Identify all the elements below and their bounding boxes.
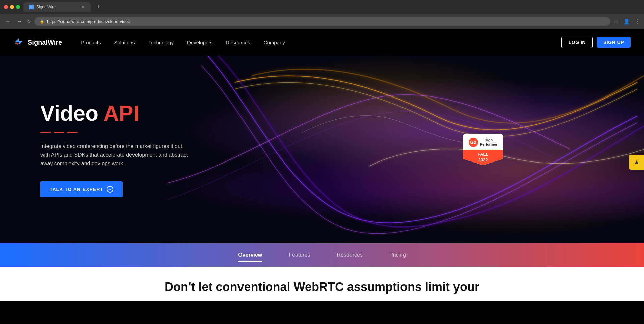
nav-link-technology[interactable]: Technology bbox=[143, 37, 179, 48]
fullscreen-button[interactable] bbox=[16, 5, 20, 9]
hero-content: Video API Integrate video conferencing b… bbox=[0, 81, 235, 217]
hero-title-white: Video bbox=[40, 101, 98, 125]
toolbar-actions: ☆ 👤 ⋮ bbox=[614, 18, 640, 25]
tab-features[interactable]: Features bbox=[289, 249, 310, 261]
hero-divider bbox=[40, 132, 195, 133]
new-tab-button[interactable]: + bbox=[94, 4, 103, 11]
nav-links: Products Solutions Technology Developers… bbox=[75, 37, 561, 48]
page-tabs: Overview Features Resources Pricing bbox=[0, 243, 644, 267]
hero-description: Integrate video conferencing before the … bbox=[40, 142, 195, 168]
bottom-teaser: Don't let conventional WebRTC assumption… bbox=[0, 267, 644, 301]
traffic-lights bbox=[4, 5, 20, 9]
g2-logo-row: G2 High Performer bbox=[467, 138, 499, 147]
logo-text: SignalWire bbox=[28, 39, 62, 46]
g2-fall-2022-text: FALL 2022 bbox=[463, 150, 503, 165]
tab-resources[interactable]: Resources bbox=[337, 249, 362, 261]
expert-button-label: TALK TO AN EXPERT bbox=[50, 187, 103, 192]
browser-tab[interactable]: ◎ SignalWire ✕ bbox=[23, 2, 91, 12]
minimize-button[interactable] bbox=[10, 5, 14, 9]
back-button[interactable]: ← bbox=[4, 17, 12, 26]
divider-dash-1 bbox=[40, 132, 51, 133]
divider-dash-2 bbox=[54, 132, 64, 133]
hero-section: Video API Integrate video conferencing b… bbox=[0, 56, 644, 243]
refresh-button[interactable]: ↻ bbox=[27, 19, 31, 24]
g2-logo-text: G2 bbox=[470, 140, 476, 145]
nav-link-resources[interactable]: Resources bbox=[221, 37, 256, 48]
website: SignalWire Products Solutions Technology… bbox=[0, 29, 644, 301]
nav-link-developers[interactable]: Developers bbox=[182, 37, 218, 48]
nav-link-products[interactable]: Products bbox=[75, 37, 106, 48]
url-text: https://signalwire.com/products/cloud-vi… bbox=[47, 19, 130, 24]
hero-title: Video API bbox=[40, 102, 195, 125]
menu-icon[interactable]: ⋮ bbox=[635, 18, 640, 25]
tab-title: SignalWire bbox=[36, 5, 56, 9]
signup-button[interactable]: SIGN UP bbox=[597, 37, 631, 48]
tab-overview[interactable]: Overview bbox=[238, 249, 262, 261]
tab-pricing[interactable]: Pricing bbox=[389, 249, 406, 261]
ssl-lock-icon: 🔒 bbox=[40, 19, 44, 24]
forward-button[interactable]: → bbox=[15, 17, 23, 26]
logo-link[interactable]: SignalWire bbox=[13, 37, 62, 48]
close-button[interactable] bbox=[4, 5, 8, 9]
g2-badge: G2 High Performer FALL 2022 bbox=[463, 134, 503, 165]
nav-link-company[interactable]: Company bbox=[258, 37, 290, 48]
bottom-teaser-title: Don't let conventional WebRTC assumption… bbox=[40, 280, 604, 294]
tab-close-icon[interactable]: ✕ bbox=[81, 4, 85, 10]
scroll-up-fab[interactable]: ▲ bbox=[629, 155, 644, 170]
browser-chrome: ◎ SignalWire ✕ + bbox=[0, 0, 644, 14]
expert-button-icon: → bbox=[107, 186, 113, 193]
hero-title-red: API bbox=[104, 101, 140, 125]
g2-badge-inner: G2 High Performer FALL 2022 bbox=[463, 134, 503, 165]
bookmark-icon[interactable]: ☆ bbox=[614, 18, 619, 25]
divider-dash-3 bbox=[67, 132, 78, 133]
g2-high-performer-text: High Performer bbox=[480, 138, 498, 147]
nav-link-solutions[interactable]: Solutions bbox=[109, 37, 140, 48]
tab-favicon: ◎ bbox=[29, 5, 34, 9]
main-nav: SignalWire Products Solutions Technology… bbox=[0, 29, 644, 56]
login-button[interactable]: LOG IN bbox=[561, 37, 593, 48]
browser-toolbar: ← → ↻ 🔒 https://signalwire.com/products/… bbox=[0, 14, 644, 29]
svg-marker-0 bbox=[15, 38, 23, 45]
talk-to-expert-button[interactable]: TALK TO AN EXPERT → bbox=[40, 181, 123, 197]
signalwire-logo-icon bbox=[13, 37, 24, 48]
g2-logo-circle: G2 bbox=[469, 138, 478, 147]
nav-actions: LOG IN SIGN UP bbox=[561, 37, 631, 48]
scroll-up-icon: ▲ bbox=[633, 158, 640, 166]
account-icon[interactable]: 👤 bbox=[623, 18, 630, 25]
address-bar[interactable]: 🔒 https://signalwire.com/products/cloud-… bbox=[34, 17, 610, 26]
